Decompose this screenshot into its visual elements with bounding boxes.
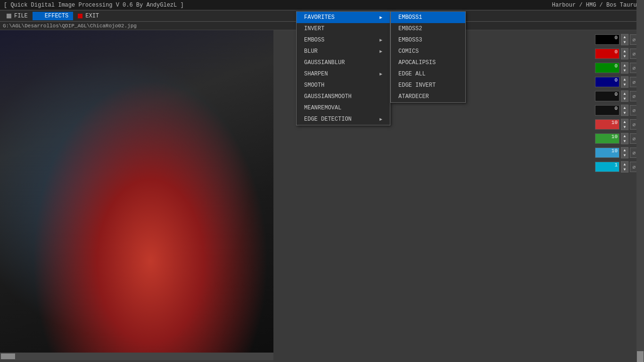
fav-item-edgeinvert[interactable]: EDGE INVERT — [391, 80, 465, 91]
effects-item-emboss[interactable]: EMBOSS▶ — [297, 34, 390, 46]
fav-item-edgeall[interactable]: EDGE ALL — [391, 68, 465, 80]
effects-dropdown: FAVORITES▶INVERTEMBOSS▶BLUR▶GAUSSIANBLUR… — [296, 11, 390, 125]
effects-item-gaussiansmooth[interactable]: GAUSSIANSMOOTH — [297, 91, 390, 102]
submenu-arrow-icon: ▶ — [380, 116, 382, 122]
fav-item-atardecer[interactable]: ATARDECER — [391, 91, 465, 102]
effects-item-smooth[interactable]: SMOOTH — [297, 80, 390, 91]
effects-item-invert[interactable]: INVERT — [297, 23, 390, 34]
fav-item-comics[interactable]: COMICS — [391, 46, 465, 57]
fav-item-emboss1[interactable]: EMBOSS1 — [391, 12, 465, 23]
effects-item-blur[interactable]: BLUR▶ — [297, 46, 390, 57]
fav-item-emboss2[interactable]: EMBOSS2 — [391, 23, 465, 34]
effects-item-edgedetection[interactable]: EDGE DETECTION▶ — [297, 114, 390, 125]
submenu-arrow-icon: ▶ — [380, 37, 382, 43]
effects-item-sharpen[interactable]: SHARPEN▶ — [297, 68, 390, 80]
fav-item-apocalipsis[interactable]: APOCALIPSIS — [391, 57, 465, 68]
submenu-arrow-icon: ▶ — [380, 71, 382, 77]
effects-item-favorites[interactable]: FAVORITES▶ — [297, 12, 390, 23]
submenu-arrow-icon: ▶ — [380, 49, 382, 54]
effects-item-gaussianblur[interactable]: GAUSSIANBLUR — [297, 57, 390, 68]
submenu-arrow-icon: ▶ — [380, 15, 382, 20]
favorites-submenu: EMBOSS1EMBOSS2EMBOSS3COMICSAPOCALIPSISED… — [390, 11, 466, 103]
dropdown-overlay: FAVORITES▶INVERTEMBOSS▶BLUR▶GAUSSIANBLUR… — [0, 0, 644, 362]
fav-item-emboss3[interactable]: EMBOSS3 — [391, 34, 465, 46]
effects-item-meanremoval[interactable]: MEANREMOVAL — [297, 102, 390, 114]
